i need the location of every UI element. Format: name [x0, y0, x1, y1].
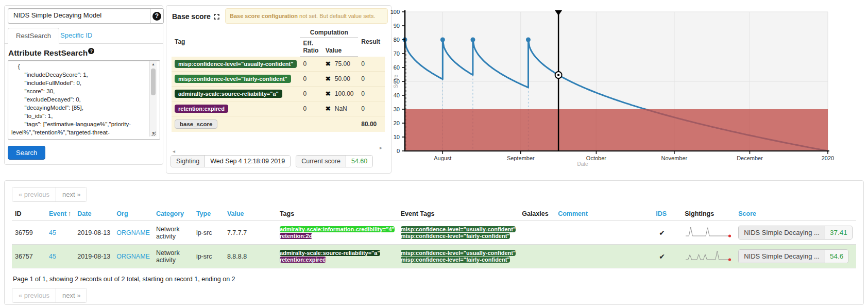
search-button[interactable]: Search [8, 146, 45, 160]
cell-type: ip-src [193, 245, 224, 268]
col-value[interactable]: Value [224, 207, 277, 221]
cell-tags: admiralty-scale:source-reliability="a" r… [277, 245, 398, 268]
svg-text:August: August [434, 155, 451, 161]
org-link[interactable]: ORGNAME [116, 253, 150, 260]
check-icon: ✔ [656, 252, 665, 261]
pagination-bottom: « previous next » [12, 288, 87, 303]
col-galaxies: Galaxies [519, 207, 555, 221]
col-org[interactable]: Org [113, 207, 153, 221]
col-category[interactable]: Category [153, 207, 193, 221]
svg-text:September: September [507, 155, 535, 161]
org-link[interactable]: ORGNAME [116, 229, 150, 236]
col-score[interactable]: Score [735, 207, 856, 221]
page-title: Attribute RestSearch? [8, 48, 94, 58]
tab-specific-id[interactable]: Specific ID [60, 28, 92, 43]
col-computation: Computation [300, 27, 358, 38]
scroll-up-icon[interactable]: ▲ [150, 61, 157, 67]
base-score-table: Tag Computation Result Eff.Ratio Value m… [172, 27, 385, 132]
tag-badge: admiralty-scale:source-reliability="a" [280, 250, 380, 256]
score-model-label: NIDS Simple Decaying ... [739, 226, 825, 239]
col-comment[interactable]: Comment [555, 207, 653, 221]
col-eff-ratio: Eff.Ratio [300, 38, 322, 57]
svg-text:90: 90 [394, 23, 400, 29]
tag-badge: retention:expired [280, 257, 326, 263]
svg-text:December: December [737, 155, 763, 161]
tag-badge: misp:confidence-level="usually-confident… [175, 60, 297, 68]
base-score-row: misp:confidence-level="fairly-confident"… [172, 71, 385, 86]
attributes-table: ID Event↑ Date Org Category Type Value T… [12, 207, 856, 268]
base-score-row: retention:expired 0 ✖NaN 0 [172, 101, 385, 116]
svg-text:November: November [661, 155, 688, 161]
cell-type: ip-src [193, 221, 224, 245]
svg-text:October: October [586, 155, 606, 161]
decay-chart-container: 0102030405060708090100AugustSeptemberOct… [361, 4, 835, 168]
col-sightings: Sightings [682, 207, 735, 221]
cell-id: 36757 [12, 245, 46, 268]
results-summary: Page 1 of 1, showing 2 records out of 2 … [13, 276, 863, 283]
svg-text:30: 30 [394, 106, 400, 112]
svg-text:40: 40 [394, 92, 400, 98]
col-tag: Tag [172, 27, 300, 57]
tag-badge: admiralty-scale:source-reliability="a" [175, 90, 282, 98]
cell-value: 8.8.8.8 [224, 245, 277, 268]
previous-page-button[interactable]: « previous [12, 187, 56, 201]
base-score-title: Base score [172, 12, 219, 21]
multiply-icon: ✖ [326, 90, 331, 97]
col-id: ID [12, 207, 46, 221]
cell-event-tags: misp:confidence-level="usually-confident… [398, 245, 519, 268]
cell-galaxies [519, 245, 555, 268]
model-select-value: NIDS Simple Decaying Model [13, 11, 101, 19]
model-help-button[interactable]: ? [150, 8, 164, 24]
svg-text:20: 20 [394, 120, 400, 126]
base-score-row: misp:confidence-level="usually-confident… [172, 57, 385, 72]
score-box: NIDS Simple Decaying ... 54.6 [738, 249, 848, 263]
col-type[interactable]: Type [193, 207, 224, 221]
restsearch-query-textarea[interactable]: { "includeDecayScore": 1, "includeFullMo… [8, 60, 160, 140]
event-link[interactable]: 45 [49, 229, 56, 236]
tag-badge: misp:confidence-level="fairly-confident" [401, 233, 510, 239]
svg-text:60: 60 [394, 64, 400, 71]
check-icon: ✔ [656, 229, 665, 237]
svg-text:Date: Date [577, 161, 588, 167]
next-page-button[interactable]: next » [56, 288, 87, 302]
score-box: NIDS Simple Decaying ... 37.41 [738, 226, 852, 240]
cell-id: 36759 [12, 221, 46, 245]
question-icon: ? [152, 12, 161, 21]
col-ids[interactable]: IDS [653, 207, 682, 221]
next-page-button[interactable]: next » [56, 187, 87, 201]
tag-badge: retention:expired [175, 105, 228, 113]
previous-page-button[interactable]: « previous [12, 288, 56, 302]
decaying-model-select[interactable]: NIDS Simple Decaying Model ▼ [8, 8, 163, 24]
tag-badge: misp:confidence-level="fairly-confident" [401, 257, 510, 263]
expand-icon[interactable] [214, 14, 219, 20]
scroll-left-icon[interactable]: ◂ [173, 148, 175, 154]
decay-score-chart[interactable]: 0102030405060708090100AugustSeptemberOct… [361, 4, 835, 168]
cell-comment [555, 221, 653, 245]
col-date[interactable]: Date [74, 207, 113, 221]
textarea-scrollbar[interactable]: ▲ ▼ [149, 61, 157, 137]
tag-badge: retention:2d [280, 233, 313, 239]
event-link[interactable]: 45 [49, 253, 56, 260]
cell-date: 2019-08-13 [74, 245, 113, 268]
scrollbar-thumb[interactable] [151, 69, 156, 95]
current-score-label: Current score [296, 156, 346, 167]
sightings-sparkline [685, 225, 732, 239]
sighting-label: Sighting [171, 156, 205, 167]
col-event[interactable]: Event↑ [46, 207, 74, 221]
tag-badge: admiralty-scale:information-credibility=… [280, 226, 395, 232]
svg-text:70: 70 [394, 50, 400, 57]
sightings-sparkline [685, 248, 732, 263]
cell-event-tags: misp:confidence-level="usually-confident… [398, 221, 519, 245]
tab-restsearch[interactable]: RestSearch [8, 28, 59, 44]
title-help-icon: ? [88, 48, 94, 54]
svg-text:0: 0 [397, 148, 400, 154]
base-score-badge: base_score [175, 120, 217, 129]
cell-tags: admiralty-scale:information-credibility=… [277, 221, 398, 245]
multiply-icon: ✖ [326, 105, 331, 112]
model-panel: NIDS Simple Decaying Model ▼ ? RestSearc… [4, 5, 163, 165]
sighting-value: Wed Sep 4 12:18:09 2019 [205, 156, 290, 167]
svg-text:100: 100 [390, 9, 400, 15]
tag-badge: misp:confidence-level="fairly-confident" [175, 75, 291, 83]
search-tabs: RestSearch Specific ID [5, 27, 163, 44]
textarea-resize-handle[interactable] [151, 131, 156, 136]
